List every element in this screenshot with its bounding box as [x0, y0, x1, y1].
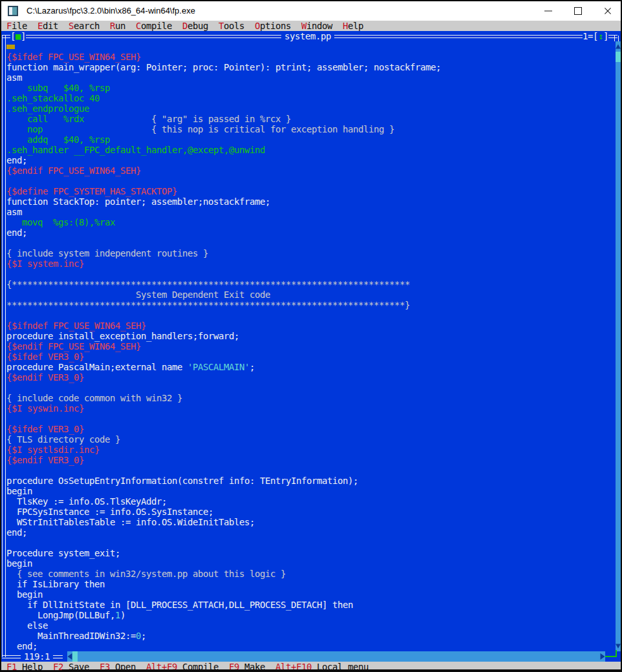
code-line[interactable]: else — [1, 620, 616, 631]
code-line[interactable]: Procedure system_exit; — [1, 548, 616, 558]
maximize-button[interactable] — [563, 1, 593, 21]
code-line[interactable]: .seh_handler __FPC_default_handler,@exce… — [1, 145, 616, 155]
code-line[interactable]: begin — [1, 558, 616, 569]
minimize-icon — [544, 11, 552, 12]
app-window: C:\Lazarus\fpc\3.2.0\bin\x86_64-win64\fp… — [0, 0, 622, 672]
menu-item-search[interactable]: Search — [69, 21, 110, 31]
console-app-icon[interactable] — [8, 6, 18, 16]
window-title: C:\Lazarus\fpc\3.2.0\bin\x86_64-win64\fp… — [27, 6, 195, 16]
code-line[interactable]: nop { this nop is critical for exception… — [1, 124, 616, 134]
code-line[interactable] — [1, 41, 616, 52]
code-line[interactable] — [1, 238, 616, 248]
code-line[interactable]: {$endif VER3_0} — [1, 455, 616, 465]
code-line[interactable]: function main_wrapper(arg: Pointer; proc… — [1, 62, 616, 72]
resize-corner-icon[interactable] — [605, 650, 617, 657]
code-line[interactable]: WStrInitTablesTable := info.OS.WideInitT… — [1, 517, 616, 527]
code-line[interactable]: function StackTop: pointer; assembler;no… — [1, 196, 616, 207]
editor-close-button[interactable]: [■] — [10, 31, 26, 41]
code-line[interactable]: call %rdx { "arg" is passed in %rcx } — [1, 114, 616, 124]
code-line[interactable] — [1, 414, 616, 424]
menu-item-help[interactable]: Help — [343, 21, 374, 31]
cursor-position: 119:1 — [21, 651, 53, 662]
close-button[interactable] — [593, 1, 622, 21]
code-line[interactable]: System Dependent Exit code — [1, 289, 616, 300]
code-line[interactable]: begin — [1, 589, 616, 600]
code-line[interactable] — [1, 176, 616, 186]
code-line[interactable]: begin — [1, 486, 616, 496]
scroll-right-button[interactable] — [600, 651, 605, 662]
arrow-left-icon — [68, 653, 72, 660]
code-line[interactable]: { include code common with win32 } — [1, 393, 616, 403]
code-line[interactable]: if IsLibrary then — [1, 579, 616, 589]
code-line[interactable]: {$ifndef FPC_USE_WIN64_SEH} — [1, 320, 616, 331]
console-area: File Edit Search Run Compile Debug Tools… — [1, 21, 621, 670]
menu-item-debug[interactable]: Debug — [182, 21, 219, 31]
menu-item-run[interactable]: Run — [110, 21, 136, 31]
code-line[interactable]: TlsKey := info.OS.TlsKeyAddr; — [1, 496, 616, 507]
close-icon — [604, 7, 612, 16]
vertical-scrollbar[interactable] — [616, 41, 621, 651]
minimize-button[interactable] — [533, 1, 563, 21]
code-line[interactable]: {$I syswin.inc} — [1, 403, 616, 414]
code-line[interactable]: end; — [1, 641, 616, 651]
code-line[interactable]: FPCSysInstance := info.OS.SysInstance; — [1, 507, 616, 517]
horizontal-scroll-track[interactable] — [78, 651, 600, 662]
line-marker — [6, 45, 15, 49]
code-line[interactable]: {$ifdef VER3_0} — [1, 352, 616, 362]
scroll-up-button[interactable] — [616, 41, 621, 52]
menu-item-file[interactable]: File — [6, 21, 38, 31]
code-line[interactable]: {$I system.inc} — [1, 258, 616, 269]
code-line[interactable]: {$endif FPC_USE_WIN64_SEH} — [1, 165, 616, 176]
menu-item-edit[interactable]: Edit — [38, 21, 69, 31]
code-line[interactable] — [1, 383, 616, 393]
code-line[interactable]: procedure install_exception_handlers;for… — [1, 331, 616, 341]
vertical-scroll-thumb[interactable] — [616, 52, 621, 62]
code-line[interactable]: { see comments in win32/system.pp about … — [1, 569, 616, 579]
code-line[interactable] — [1, 310, 616, 320]
code-line[interactable]: .seh_endprologue — [1, 103, 616, 114]
code-line[interactable]: MainThreadIDWin32:=0; — [1, 631, 616, 641]
maximize-icon — [574, 7, 582, 15]
code-line[interactable]: subq $40, %rsp — [1, 83, 616, 93]
code-line[interactable]: {$endif VER3_0} — [1, 372, 616, 383]
code-line[interactable]: procedure OsSetupEntryInformation(constr… — [1, 476, 616, 486]
code-line[interactable]: {***************************************… — [1, 279, 616, 289]
code-line[interactable]: end; — [1, 155, 616, 165]
code-line[interactable]: end; — [1, 527, 616, 538]
code-line[interactable]: { include system independent routines } — [1, 248, 616, 258]
code-line[interactable]: ****************************************… — [1, 300, 616, 310]
menu-item-options[interactable]: Options — [255, 21, 301, 31]
code-line[interactable]: .seh_stackalloc 40 — [1, 93, 616, 103]
code-line[interactable]: end; — [1, 227, 616, 238]
code-line[interactable]: asm — [1, 72, 616, 83]
code-line[interactable] — [1, 465, 616, 476]
code-line[interactable]: asm — [1, 207, 616, 217]
code-line[interactable]: {$define FPC_SYSTEM_HAS_STACKTOP} — [1, 186, 616, 196]
menu-item-window[interactable]: Window — [301, 21, 343, 31]
code-line[interactable]: LongJmp(DLLBuf,1) — [1, 610, 616, 620]
statusbar-item-help[interactable]: F1 Help — [6, 662, 53, 670]
code-line[interactable]: { TLS directory code } — [1, 434, 616, 445]
editor-zoom-button[interactable]: 1=[↕] — [583, 31, 608, 41]
window-bottom-edge — [62, 669, 622, 672]
code-line[interactable]: {$I systlsdir.inc} — [1, 445, 616, 455]
code-line[interactable]: procedure PascalMain;external name 'PASC… — [1, 362, 616, 372]
code-line[interactable]: {$ifdef VER3_0} — [1, 424, 616, 434]
code-line[interactable]: movq %gs:(8),%rax — [1, 217, 616, 227]
menu-item-compile[interactable]: Compile — [136, 21, 182, 31]
code-line[interactable]: {$ifdef FPC_USE_WIN64_SEH} — [1, 52, 616, 62]
editor-frame-corner — [614, 36, 619, 41]
editor-title: system.pp — [281, 31, 334, 41]
arrow-right-icon — [601, 653, 605, 660]
code-line[interactable] — [1, 269, 616, 279]
code-line[interactable]: {$endif FPC_USE_WIN64_SEH} — [1, 341, 616, 352]
code-line[interactable] — [1, 538, 616, 548]
horizontal-scroll-thumb[interactable] — [72, 651, 78, 662]
vertical-scroll-track[interactable] — [616, 62, 621, 641]
code-line[interactable]: addq $40, %rsp — [1, 134, 616, 145]
menu-item-tools[interactable]: Tools — [219, 21, 255, 31]
code-line[interactable]: if DllInitState in [DLL_PROCESS_ATTACH,D… — [1, 600, 616, 610]
scroll-left-button[interactable] — [67, 651, 72, 662]
title-bar: C:\Lazarus\fpc\3.2.0\bin\x86_64-win64\fp… — [1, 1, 621, 21]
code-lines[interactable]: {$ifdef FPC_USE_WIN64_SEH}function main_… — [1, 41, 616, 651]
